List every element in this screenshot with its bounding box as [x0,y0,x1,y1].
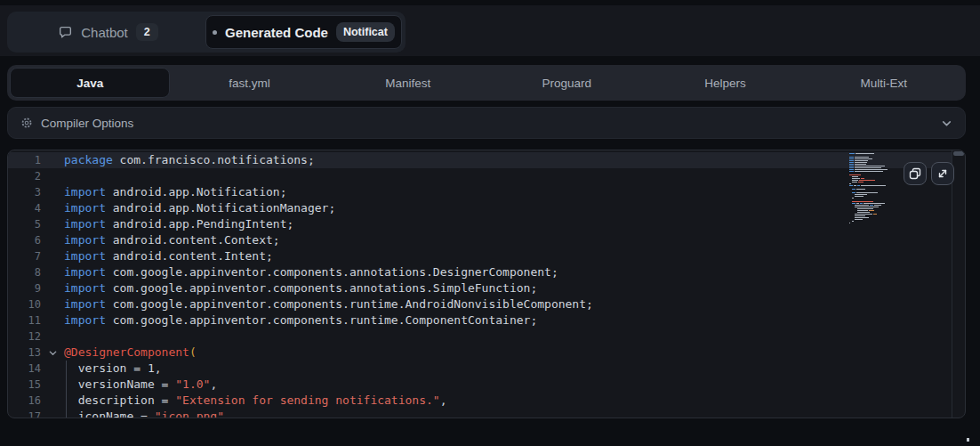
code-line[interactable]: 2 [8,168,952,184]
code-line[interactable]: 9import com.google.appinventor.component… [8,280,952,296]
minimap-row [849,208,901,209]
code-token: , [440,393,447,407]
minimap-row [849,207,901,207]
code-text: import com.google.appinventor.components… [64,280,537,296]
gutter-spacer [41,152,64,168]
code-line[interactable]: 16 description = "Extension for sending … [8,393,952,409]
minimap-row [849,155,901,156]
line-number: 2 [8,168,41,184]
code-line[interactable]: 11import com.google.appinventor.componen… [8,312,952,328]
code-token: android.app.Notification; [106,185,287,199]
code-line[interactable]: 1package com.francisco.notifications; [8,152,952,168]
code-token: iconName = [64,410,155,418]
minimap-segment [855,158,872,159]
minimap-row [849,221,901,222]
gutter-spacer [41,393,64,409]
code-text: import android.app.NotificationManager; [64,200,335,216]
code-text: import com.google.appinventor.components… [64,312,537,328]
minimap-segment [849,162,854,163]
file-tab-helpers[interactable]: Helpers [646,68,804,98]
minimap-row [849,198,901,199]
gutter-spacer [41,232,64,248]
minimap-segment [852,178,860,179]
line-number: 6 [8,232,41,248]
file-tab-label: Java [76,77,103,90]
line-number: 17 [8,409,41,418]
line-number: 3 [8,184,41,200]
minimap-segment [852,180,858,181]
minimap-segment [861,178,864,179]
gutter-spacer [41,200,64,216]
code-token: import [64,185,106,199]
line-number: 16 [8,393,41,409]
minimap-segment [855,169,888,170]
code-token: android.app.NotificationManager; [106,201,335,215]
minimap-segment [849,171,854,172]
minimap-segment [849,169,854,170]
header-tab-generated-code[interactable]: Generated CodeNotificat [205,15,402,49]
code-line[interactable]: 13@DesignerComponent( [8,345,952,361]
file-tab-java[interactable]: Java [10,68,170,98]
minimap-segment [852,182,857,182]
code-token: com.google.appinventor.components.runtim… [106,313,537,327]
code-token: android.content.Intent; [106,249,273,263]
minimap-segment [861,185,886,186]
code-line[interactable]: 5import android.app.PendingIntent; [8,216,952,232]
line-number: 13 [8,345,41,361]
code-line[interactable]: 8import com.google.appinventor.component… [8,264,952,280]
cursor-artifact [967,438,969,442]
expand-button[interactable] [931,162,954,185]
minimap-row [849,160,901,161]
fold-chevron-icon[interactable] [41,345,64,361]
code-line[interactable]: 6import android.content.Context; [8,232,952,248]
minimap-segment [855,205,869,206]
minimap-segment [849,174,861,175]
minimap-segment [852,198,854,199]
code-line[interactable]: 12 [8,328,952,345]
copy-icon [909,167,921,180]
gutter-spacer [41,248,64,264]
chevron-down-icon[interactable] [941,118,952,129]
file-tab-fast-yml[interactable]: fast.yml [170,68,328,98]
code-token: import [64,281,106,295]
copy-button[interactable] [904,162,927,185]
file-tab-proguard[interactable]: Proguard [487,68,646,98]
code-line[interactable]: 14 version = 1, [8,361,952,377]
code-token: "icon.png" [155,410,224,418]
code-token: description = [64,393,175,407]
minimap-row [849,171,901,172]
file-tab-manifest[interactable]: Manifest [329,68,487,98]
scrollbar-track[interactable] [952,150,952,418]
code-line[interactable]: 10import com.google.appinventor.componen… [8,296,952,312]
scrollbar-thumb[interactable] [953,151,964,156]
expand-icon [936,167,949,180]
minimap-row [849,185,901,186]
compiler-options-bar[interactable]: Compiler Options [7,107,966,139]
minimap-row [849,174,901,175]
code-text: version = 1, [64,361,162,377]
code-token: "1.0" [175,377,210,391]
minimap-segment [857,185,860,186]
code-token: import [64,249,106,263]
minimap-segment [849,158,854,159]
header-tab-chatbot[interactable]: Chatbot2 [11,15,205,49]
minimap-segment [869,210,874,211]
header-tab-badge: 2 [136,23,158,41]
code-line[interactable]: 7import android.content.Intent; [8,248,952,264]
minimap-row [849,178,901,179]
minimap[interactable] [849,153,901,224]
code-line[interactable]: 4import android.app.NotificationManager; [8,200,952,216]
file-tab-multi-ext[interactable]: Multi-Ext [805,68,963,98]
code-line[interactable]: 17 iconName = "icon.png" [8,409,952,418]
code-token: @DesignerComponent [64,345,189,359]
minimap-row [849,217,901,218]
minimap-segment [855,162,867,163]
compiler-options-label: Compiler Options [41,117,133,130]
file-tab-label: Helpers [704,77,746,90]
header-tab-label: Generated Code [225,25,328,40]
code-text: @DesignerComponent( [64,345,197,361]
code-line[interactable]: 3import android.app.Notification; [8,184,952,200]
code-line[interactable]: 15 versionName = "1.0", [8,377,952,393]
code-lines[interactable]: 1package com.francisco.notifications;23i… [8,152,952,418]
line-number: 5 [8,216,41,232]
